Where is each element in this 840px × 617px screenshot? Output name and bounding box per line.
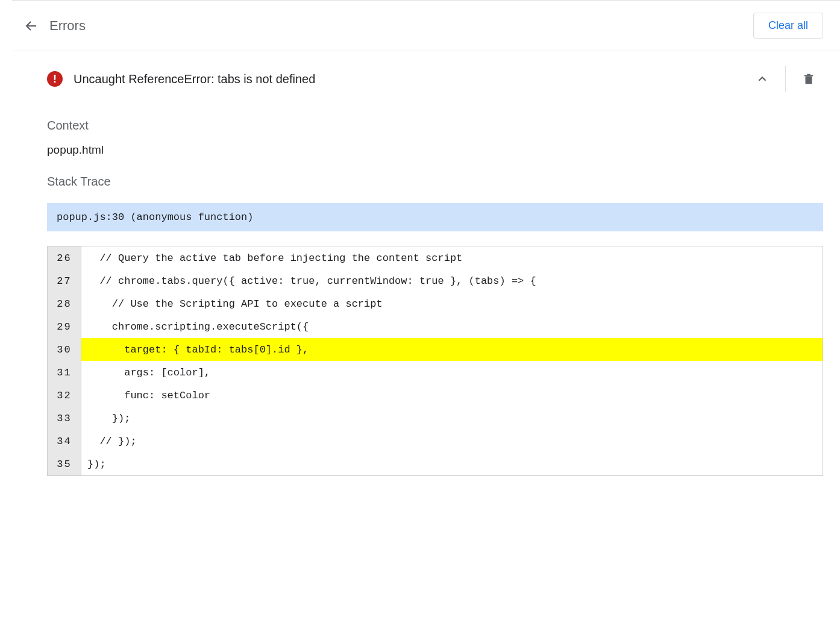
context-label: Context (47, 119, 823, 133)
error-icon: ! (47, 71, 63, 87)
code-content: // Query the active tab before injecting… (81, 246, 823, 269)
code-row: 33 }); (48, 407, 823, 430)
line-number: 34 (48, 430, 81, 453)
line-number: 31 (48, 361, 81, 384)
errors-panel: Errors Clear all ! Uncaught ReferenceErr… (12, 0, 840, 488)
code-row: 34 // }); (48, 430, 823, 453)
code-content: }); (81, 407, 823, 430)
code-row: 31 args: [color], (48, 361, 823, 384)
stack-trace-label: Stack Trace (47, 175, 823, 189)
clear-all-button[interactable]: Clear all (753, 13, 823, 39)
chevron-up-icon (756, 72, 769, 86)
delete-button[interactable] (794, 64, 823, 93)
code-content: args: [color], (81, 361, 823, 384)
code-block: 26 // Query the active tab before inject… (47, 246, 823, 476)
stack-trace-line: popup.js:30 (anonymous function) (47, 203, 823, 231)
header-left: Errors (24, 18, 86, 34)
error-message: Uncaught ReferenceError: tabs is not def… (74, 72, 315, 86)
code-row: 35}); (48, 453, 823, 475)
code-content: func: setColor (81, 384, 823, 407)
code-content: chrome.scripting.executeScript({ (81, 315, 823, 338)
collapse-button[interactable] (748, 64, 777, 93)
back-button[interactable] (24, 19, 39, 33)
line-number: 30 (48, 338, 81, 361)
page-title: Errors (49, 18, 86, 34)
error-header: ! Uncaught ReferenceError: tabs is not d… (47, 51, 823, 107)
error-header-left: ! Uncaught ReferenceError: tabs is not d… (47, 71, 315, 87)
line-number: 26 (48, 246, 81, 269)
arrow-left-icon (24, 19, 39, 33)
line-number: 32 (48, 384, 81, 407)
code-row: 27 // chrome.tabs.query({ active: true, … (48, 269, 823, 292)
code-row: 32 func: setColor (48, 384, 823, 407)
line-number: 35 (48, 453, 81, 475)
code-row: 28 // Use the Scripting API to execute a… (48, 292, 823, 315)
code-content: // chrome.tabs.query({ active: true, cur… (81, 269, 823, 292)
error-section: ! Uncaught ReferenceError: tabs is not d… (12, 51, 840, 488)
code-row: 29 chrome.scripting.executeScript({ (48, 315, 823, 338)
code-row: 30 target: { tabId: tabs[0].id }, (48, 338, 823, 361)
header: Errors Clear all (12, 1, 840, 51)
line-number: 27 (48, 269, 81, 292)
error-body: Context popup.html Stack Trace popup.js:… (47, 119, 823, 488)
trash-icon (802, 72, 815, 86)
line-number: 29 (48, 315, 81, 338)
code-content: target: { tabId: tabs[0].id }, (81, 338, 823, 361)
code-content: // Use the Scripting API to execute a sc… (81, 292, 823, 315)
code-row: 26 // Query the active tab before inject… (48, 246, 823, 269)
context-value: popup.html (47, 143, 823, 157)
code-content: // }); (81, 430, 823, 453)
line-number: 28 (48, 292, 81, 315)
code-content: }); (81, 453, 823, 475)
error-actions (748, 64, 823, 93)
divider (785, 66, 786, 92)
line-number: 33 (48, 407, 81, 430)
